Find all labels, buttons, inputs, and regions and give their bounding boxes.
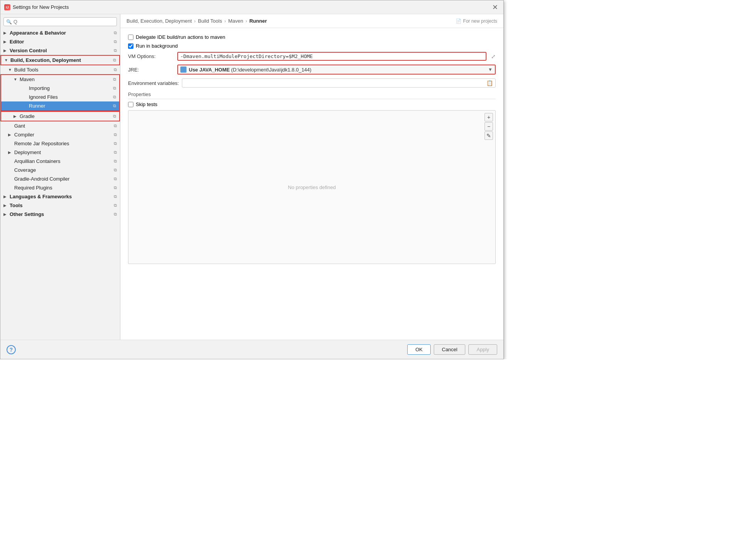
skip-tests-checkbox[interactable] — [128, 102, 133, 107]
copy-icon: ⧉ — [114, 67, 117, 72]
sidebar-item-gradle[interactable]: ▶ Gradle ⧉ — [0, 111, 120, 121]
sidebar-item-deployment[interactable]: ▶ Deployment ⧉ — [0, 148, 120, 157]
sidebar-item-label: Compiler — [14, 132, 34, 138]
sidebar-item-remote-jar[interactable]: Remote Jar Repositories ⧉ — [0, 139, 120, 148]
close-button[interactable]: ✕ — [491, 3, 500, 12]
delegate-checkbox[interactable] — [128, 35, 133, 40]
search-box[interactable]: 🔍 — [3, 17, 117, 26]
cancel-button[interactable]: Cancel — [434, 344, 465, 355]
title-bar-left: IJ Settings for New Projects — [4, 4, 69, 10]
sidebar-item-tools[interactable]: ▶ Tools ⧉ — [0, 201, 120, 210]
sidebar-item-required-plugins[interactable]: Required Plugins ⧉ — [0, 183, 120, 192]
delegate-row: Delegate IDE build/run actions to maven — [128, 34, 496, 40]
app-icon: IJ — [4, 4, 10, 10]
env-vars-row: Environment variables: 📋 — [128, 78, 496, 88]
arrow-icon: ▶ — [3, 48, 8, 53]
no-properties-text: No properties defined — [288, 184, 336, 190]
copy-icon: ⧉ — [114, 159, 117, 164]
breadcrumb-sep-2: › — [224, 18, 226, 24]
arrow-icon: ▶ — [3, 40, 8, 44]
panel-content: Delegate IDE build/run actions to maven … — [120, 28, 503, 340]
for-new-projects: 📄 For new projects — [456, 18, 497, 24]
copy-icon: ⧉ — [114, 123, 117, 128]
jre-label: JRE: — [128, 67, 174, 73]
copy-icon: ⧉ — [114, 176, 117, 181]
jre-icon — [180, 66, 187, 73]
sidebar-item-maven[interactable]: ▼ Maven ⧉ — [1, 75, 119, 84]
sidebar-item-label: Gradle-Android Compiler — [14, 176, 70, 182]
copy-icon: ⧉ — [114, 203, 117, 208]
sidebar-item-appearance[interactable]: ▶ Appearance & Behavior ⧉ — [0, 28, 120, 37]
breadcrumb-build-tools: Build Tools — [198, 18, 222, 24]
arrow-icon: ▶ — [3, 212, 8, 216]
arrow-icon: ▶ — [3, 194, 8, 199]
remove-property-button[interactable]: − — [485, 122, 493, 131]
sidebar-item-gradle-android[interactable]: Gradle-Android Compiler ⧉ — [0, 174, 120, 183]
jre-row: JRE: Use JAVA_HOME (D:\development\Java\… — [128, 65, 496, 75]
for-new-projects-label: For new projects — [463, 18, 497, 24]
jre-text: Use JAVA_HOME (D:\development\Java\jdk1.… — [189, 67, 311, 73]
sidebar-item-build-tools[interactable]: ▼ Build Tools ⧉ — [0, 65, 120, 74]
expand-icon[interactable]: ⤢ — [491, 53, 496, 60]
sidebar-item-label: Version Control — [10, 48, 47, 53]
sidebar-item-label: Required Plugins — [14, 185, 52, 191]
sidebar-item-version-control[interactable]: ▶ Version Control ⧉ — [0, 46, 120, 55]
background-checkbox[interactable] — [128, 43, 133, 49]
sidebar-item-label: Coverage — [14, 167, 36, 173]
help-button[interactable]: ? — [7, 345, 16, 354]
copy-icon: ⧉ — [114, 141, 117, 146]
sidebar-item-other-settings[interactable]: ▶ Other Settings ⧉ — [0, 210, 120, 219]
sidebar-item-label: Deployment — [14, 149, 41, 155]
skip-tests-label: Skip tests — [136, 101, 157, 107]
vm-options-row: VM Options: ⤢ — [128, 52, 496, 61]
breadcrumb-runner: Runner — [249, 18, 267, 24]
arrow-icon: ▶ — [3, 31, 8, 35]
sidebar-item-editor[interactable]: ▶ Editor ⧉ — [0, 37, 120, 46]
ok-button[interactable]: OK — [407, 344, 431, 355]
copy-icon: ⧉ — [113, 86, 116, 91]
copy-icon: ⧉ — [114, 30, 117, 35]
sidebar-item-label: Maven — [20, 76, 35, 82]
env-browse-icon[interactable]: 📋 — [486, 80, 493, 86]
background-row: Run in background — [128, 43, 496, 49]
copy-icon: ⧉ — [113, 77, 116, 82]
sidebar-item-ignored-files[interactable]: Ignored Files ⧉ — [1, 93, 119, 101]
properties-toolbar: + − ✎ — [485, 113, 493, 140]
vm-options-label: VM Options: — [128, 53, 174, 59]
vm-options-input[interactable] — [180, 53, 483, 59]
search-input[interactable] — [13, 19, 114, 25]
sidebar-item-languages[interactable]: ▶ Languages & Frameworks ⧉ — [0, 192, 120, 201]
search-icon: 🔍 — [6, 19, 12, 25]
copy-icon: ⧉ — [113, 114, 116, 119]
breadcrumb-sep-1: › — [194, 18, 196, 24]
edit-property-button[interactable]: ✎ — [485, 131, 493, 140]
jre-value: Use JAVA_HOME — [189, 67, 230, 73]
sidebar-item-compiler[interactable]: ▶ Compiler ⧉ — [0, 130, 120, 139]
delegate-label: Delegate IDE build/run actions to maven — [136, 34, 225, 40]
arrow-icon: ▶ — [3, 203, 8, 208]
sidebar-item-gant[interactable]: Gant ⧉ — [0, 121, 120, 130]
jre-box[interactable]: Use JAVA_HOME (D:\development\Java\jdk1.… — [177, 65, 496, 75]
sidebar-item-label: Tools — [10, 203, 23, 208]
apply-button[interactable]: Apply — [468, 344, 497, 355]
sidebar-item-label: Languages & Frameworks — [10, 194, 72, 199]
doc-icon: 📄 — [456, 18, 461, 24]
vm-options-box[interactable] — [177, 52, 486, 61]
sidebar-item-arquillian[interactable]: Arquillian Containers ⧉ — [0, 157, 120, 166]
sidebar-item-coverage[interactable]: Coverage ⧉ — [0, 166, 120, 174]
sidebar-item-label: Gant — [14, 123, 25, 129]
maven-group: ▼ Maven ⧉ Importing ⧉ Ignored Files — [0, 74, 120, 111]
add-property-button[interactable]: + — [485, 113, 493, 121]
sidebar-item-importing[interactable]: Importing ⧉ — [1, 84, 119, 93]
tree-area: ▶ Appearance & Behavior ⧉ ▶ Editor ⧉ ▶ V… — [0, 28, 120, 340]
arrow-icon: ▼ — [4, 58, 9, 62]
sidebar-item-runner[interactable]: Runner ⧉ — [1, 101, 119, 110]
sidebar-item-build-exec[interactable]: ▼ Build, Execution, Deployment ⧉ — [0, 55, 120, 65]
breadcrumb-maven: Maven — [228, 18, 243, 24]
env-vars-box[interactable]: 📋 — [182, 78, 496, 88]
sidebar-item-label: Build, Execution, Deployment — [10, 57, 81, 63]
breadcrumb-bar: Build, Execution, Deployment › Build Too… — [120, 14, 503, 28]
skip-tests-row: Skip tests — [128, 101, 496, 107]
dialog-title: Settings for New Projects — [13, 4, 69, 10]
sidebar-item-label: Ignored Files — [29, 94, 58, 100]
